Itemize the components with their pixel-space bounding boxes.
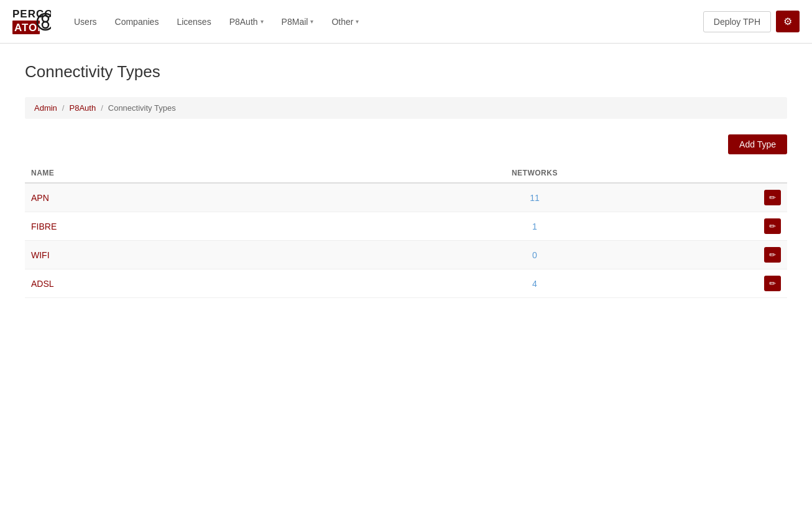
nav-licenses[interactable]: Licenses (169, 12, 218, 32)
table-header: NAME NETWORKS (25, 164, 787, 183)
breadcrumb-sep-2: / (101, 103, 103, 113)
page-title: Connectivity Types (25, 62, 787, 82)
nav-other[interactable]: Other ▾ (324, 12, 366, 32)
deploy-tph-button[interactable]: Deploy TPH (703, 11, 771, 32)
col-header-networks: NETWORKS (313, 164, 756, 183)
cell-action: ✏ (756, 269, 787, 298)
breadcrumb-p8auth[interactable]: P8Auth (69, 103, 96, 113)
cell-name: WIFI (25, 241, 313, 269)
connectivity-types-table: NAME NETWORKS APN11✏FIBRE1✏WIFI0✏ADSL4✏ (25, 164, 787, 298)
add-type-button[interactable]: Add Type (728, 134, 787, 154)
table-row: WIFI0✏ (25, 241, 787, 269)
gear-settings-button[interactable]: ⚙ (776, 11, 800, 32)
table-row: APN11✏ (25, 183, 787, 212)
cell-networks: 0 (313, 241, 756, 269)
cell-name: APN (25, 183, 313, 212)
cell-action: ✏ (756, 212, 787, 241)
main-content: Connectivity Types Admin / P8Auth / Conn… (0, 44, 812, 317)
nav-users[interactable]: Users (67, 12, 104, 32)
cell-action: ✏ (756, 183, 787, 212)
nav-p8mail[interactable]: P8Mail ▾ (274, 12, 321, 32)
other-caret: ▾ (356, 18, 359, 25)
table-header-row: NAME NETWORKS (25, 164, 787, 183)
table-row: ADSL4✏ (25, 269, 787, 298)
navbar: PERCOL ATOM Users Companies Licenses P8A… (0, 0, 812, 44)
logo[interactable]: PERCOL ATOM (12, 4, 51, 40)
breadcrumb: Admin / P8Auth / Connectivity Types (25, 97, 787, 119)
cell-networks: 1 (313, 212, 756, 241)
edit-button[interactable]: ✏ (764, 190, 781, 205)
edit-button[interactable]: ✏ (764, 247, 781, 263)
col-header-name: NAME (25, 164, 313, 183)
breadcrumb-admin[interactable]: Admin (34, 103, 57, 113)
breadcrumb-current: Connectivity Types (108, 103, 176, 113)
edit-button[interactable]: ✏ (764, 276, 781, 291)
col-header-action (756, 164, 787, 183)
nav-companies[interactable]: Companies (108, 12, 167, 32)
cell-networks: 4 (313, 269, 756, 298)
cell-name: ADSL (25, 269, 313, 298)
nav-right: Deploy TPH ⚙ (703, 11, 800, 32)
breadcrumb-sep-1: / (62, 103, 65, 113)
cell-action: ✏ (756, 241, 787, 269)
cell-networks: 11 (313, 183, 756, 212)
p8auth-caret: ▾ (261, 18, 264, 25)
nav-links: Users Companies Licenses P8Auth ▾ P8Mail… (67, 12, 703, 32)
p8mail-caret: ▾ (310, 18, 313, 25)
cell-name: FIBRE (25, 212, 313, 241)
nav-p8auth[interactable]: P8Auth ▾ (222, 12, 271, 32)
action-bar: Add Type (25, 134, 787, 154)
table-row: FIBRE1✏ (25, 212, 787, 241)
edit-button[interactable]: ✏ (764, 218, 781, 234)
table-body: APN11✏FIBRE1✏WIFI0✏ADSL4✏ (25, 183, 787, 298)
gear-icon: ⚙ (783, 16, 792, 27)
